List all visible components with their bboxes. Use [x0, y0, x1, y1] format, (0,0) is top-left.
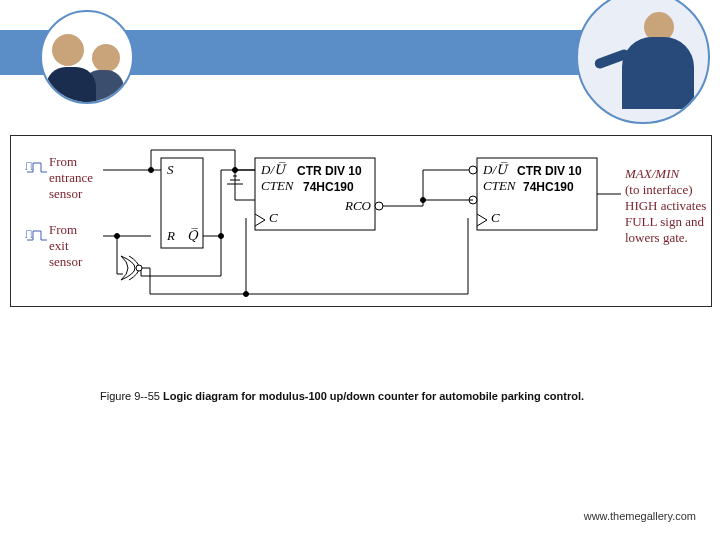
logic-diagram: ⎍ ⎍ From entrance sensor From exit senso…	[10, 135, 712, 307]
header-photo-left	[40, 10, 134, 104]
footer-url: www.themegallery.com	[584, 510, 696, 522]
figure-caption: Figure 9--55 Logic diagram for modulus-1…	[100, 390, 584, 402]
ctr2-part: 74HC190	[523, 180, 574, 194]
ctr2-title: CTR DIV 10	[517, 164, 582, 178]
diagram-svg	[11, 136, 711, 306]
svg-point-3	[136, 265, 142, 271]
ctr1-c: C	[269, 210, 278, 226]
exit-label: From exit sensor	[49, 222, 82, 270]
svg-point-7	[375, 202, 383, 210]
header-photo-right	[576, 0, 710, 124]
pulse-icon: ⎍	[25, 226, 33, 242]
entrance-label: From entrance sensor	[49, 154, 93, 202]
ctr1-cten: CTEN	[261, 178, 294, 194]
ctr1-rco: RCO	[345, 198, 371, 214]
figure-number: Figure 9--55	[100, 390, 160, 402]
output-desc: (to interface) HIGH activates FULL sign …	[625, 182, 706, 246]
ctr2-du: D/U̅	[483, 162, 507, 178]
ctr1-title: CTR DIV 10	[297, 164, 362, 178]
pulse-icon: ⎍	[25, 158, 33, 174]
latch-r: R	[167, 228, 175, 244]
ctr2-cten: CTEN	[483, 178, 516, 194]
figure-title: Logic diagram for modulus-100 up/down co…	[160, 390, 584, 402]
svg-point-13	[469, 166, 477, 174]
ctr1-du: D/U̅	[261, 162, 285, 178]
ctr2-c: C	[491, 210, 500, 226]
latch-s: S	[167, 162, 174, 178]
output-maxmin: MAX/MIN	[625, 166, 679, 182]
latch-qbar: Q̅	[187, 228, 198, 244]
ctr1-part: 74HC190	[303, 180, 354, 194]
